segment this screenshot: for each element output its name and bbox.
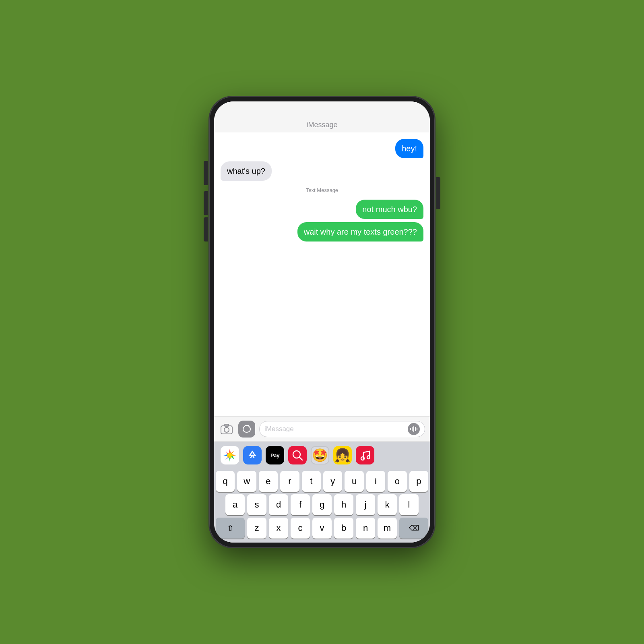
keyboard-row-3: ⇧ z x c v b n m ⌫ <box>216 518 428 539</box>
key-j[interactable]: j <box>356 494 375 515</box>
key-b[interactable]: b <box>334 518 353 539</box>
bubble-sent-green-1: not much wbu? <box>356 200 423 219</box>
audio-button[interactable] <box>408 423 420 435</box>
input-bar: iMessage <box>214 416 430 442</box>
key-o[interactable]: o <box>388 471 407 492</box>
phone-device: iMessage hey! what's up? Text Message <box>209 97 435 547</box>
svg-rect-4 <box>410 428 411 430</box>
svg-rect-6 <box>413 426 414 432</box>
keyboard-row-1: q w e r t y u i o p <box>216 471 428 492</box>
bubble-sent-blue: hey! <box>395 139 423 158</box>
key-f[interactable]: f <box>291 494 310 515</box>
bubble-text: not much wbu? <box>362 205 417 214</box>
key-p[interactable]: p <box>409 471 428 492</box>
shift-key[interactable]: ⇧ <box>216 518 245 539</box>
key-y[interactable]: y <box>323 471 342 492</box>
text-message-label: Text Message <box>221 187 423 193</box>
key-w[interactable]: w <box>237 471 256 492</box>
appstore-app-icon[interactable] <box>243 446 262 464</box>
key-e[interactable]: e <box>259 471 278 492</box>
key-d[interactable]: d <box>269 494 288 515</box>
app-strip: Pay 🤩 👧 <box>214 442 430 469</box>
keyboard: q w e r t y u i o p a s d f g h j k <box>214 469 430 543</box>
phone-screen: iMessage hey! what's up? Text Message <box>214 101 430 543</box>
applepay-app-icon[interactable]: Pay <box>266 446 284 464</box>
svg-point-12 <box>361 457 364 460</box>
message-row-3: not much wbu? <box>221 200 423 219</box>
key-m[interactable]: m <box>378 518 397 539</box>
key-q[interactable]: q <box>216 471 235 492</box>
svg-rect-8 <box>417 428 417 430</box>
key-i[interactable]: i <box>366 471 385 492</box>
message-row-2: what's up? <box>221 161 423 181</box>
facememoji-app-icon[interactable]: 👧 <box>333 446 352 464</box>
search-app-icon[interactable] <box>288 446 307 464</box>
key-z[interactable]: z <box>247 518 266 539</box>
key-v[interactable]: v <box>312 518 332 539</box>
key-x[interactable]: x <box>269 518 288 539</box>
key-s[interactable]: s <box>247 494 266 515</box>
svg-rect-7 <box>415 427 416 431</box>
key-u[interactable]: u <box>345 471 363 492</box>
camera-button[interactable] <box>219 421 234 437</box>
key-k[interactable]: k <box>378 494 397 515</box>
svg-point-13 <box>367 456 370 459</box>
delete-key[interactable]: ⌫ <box>399 518 428 539</box>
bubble-text: hey! <box>402 144 417 153</box>
key-g[interactable]: g <box>312 494 332 515</box>
bubble-received-gray: what's up? <box>221 161 272 181</box>
key-t[interactable]: t <box>302 471 321 492</box>
apps-button[interactable] <box>238 421 255 438</box>
imessage-header: iMessage <box>214 119 430 132</box>
memoji-app-icon[interactable]: 🤩 <box>311 446 329 464</box>
key-h[interactable]: h <box>334 494 353 515</box>
key-r[interactable]: r <box>280 471 299 492</box>
svg-line-11 <box>299 457 302 460</box>
message-input-field[interactable]: iMessage <box>259 421 425 437</box>
app-title: iMessage <box>306 121 337 129</box>
input-placeholder: iMessage <box>264 425 405 433</box>
svg-rect-2 <box>225 424 229 426</box>
key-a[interactable]: a <box>225 494 245 515</box>
svg-point-1 <box>224 427 229 432</box>
key-c[interactable]: c <box>291 518 310 539</box>
message-row-4: wait why are my texts green??? <box>221 222 423 242</box>
bubble-text: what's up? <box>227 167 265 175</box>
keyboard-row-2: a s d f g h j k l <box>216 494 428 515</box>
message-row-1: hey! <box>221 139 423 158</box>
bubble-sent-green-2: wait why are my texts green??? <box>297 222 423 242</box>
music-app-icon[interactable] <box>356 446 374 464</box>
bubble-text: wait why are my texts green??? <box>304 227 417 236</box>
chat-area: hey! what's up? Text Message not much wb… <box>214 132 430 416</box>
photos-app-icon[interactable] <box>221 446 239 464</box>
status-bar <box>214 101 430 119</box>
key-n[interactable]: n <box>356 518 375 539</box>
svg-rect-5 <box>412 427 413 431</box>
key-l[interactable]: l <box>399 494 419 515</box>
